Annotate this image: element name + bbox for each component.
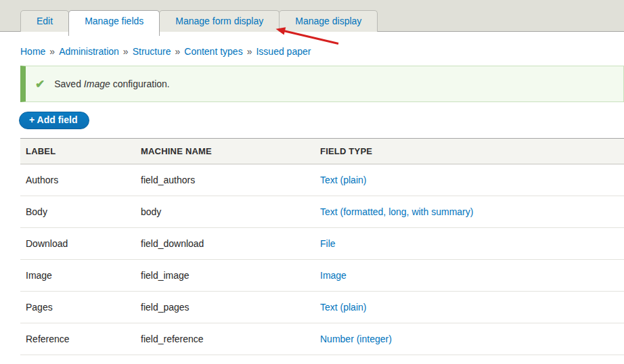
tab-manage-display[interactable]: Manage display xyxy=(279,10,378,32)
breadcrumb-separator: » xyxy=(175,46,180,57)
primary-tab-bar: Edit Manage fields Manage form display M… xyxy=(0,0,624,32)
actions-row: + Add field xyxy=(19,112,624,129)
table-row: Body body Text (formatted, long, with su… xyxy=(20,196,624,228)
table-row: Pages field_pages Text (plain) xyxy=(20,292,624,323)
breadcrumb-link-home[interactable]: Home xyxy=(20,46,45,57)
field-machine-name: field_download xyxy=(135,228,315,260)
field-type-link[interactable]: Text (plain) xyxy=(320,175,366,185)
field-type-link[interactable]: Text (formatted, long, with summary) xyxy=(320,206,473,217)
table-row: Download field_download File xyxy=(20,228,624,260)
column-header-machine-name: Machine name xyxy=(135,139,315,164)
field-label: Download xyxy=(20,228,135,260)
field-machine-name: field_authors xyxy=(135,164,315,196)
fields-table: Label Machine name Field type Authors fi… xyxy=(20,138,624,355)
field-type-link[interactable]: Text (plain) xyxy=(320,302,366,313)
tab-edit[interactable]: Edit xyxy=(20,10,69,32)
breadcrumb-separator: » xyxy=(49,46,55,57)
field-type-link[interactable]: Image xyxy=(320,270,347,281)
table-row: Reference field_reference Number (intege… xyxy=(20,323,624,355)
field-label: Reference xyxy=(20,323,135,355)
field-label: Authors xyxy=(20,164,135,196)
checkmark-icon: ✔ xyxy=(35,77,45,91)
field-label: Image xyxy=(20,260,135,292)
primary-tabs: Edit Manage fields Manage form display M… xyxy=(20,10,377,36)
status-message-emphasis: Image xyxy=(84,78,110,89)
column-header-label: Label xyxy=(20,139,135,164)
tab-manage-form-display[interactable]: Manage form display xyxy=(159,10,280,32)
column-header-field-type: Field type xyxy=(315,139,624,164)
tab-manage-fields[interactable]: Manage fields xyxy=(68,10,160,36)
breadcrumb-link-administration[interactable]: Administration xyxy=(59,46,119,57)
field-type-link[interactable]: File xyxy=(320,238,336,249)
field-machine-name: field_pages xyxy=(135,292,315,323)
field-type-link[interactable]: Number (integer) xyxy=(320,334,392,344)
table-header-row: Label Machine name Field type xyxy=(20,139,624,164)
table-row: Image field_image Image xyxy=(20,260,624,292)
field-machine-name: body xyxy=(135,196,315,228)
table-row: Authors field_authors Text (plain) xyxy=(20,164,624,196)
status-message: ✔ Saved Image configuration. xyxy=(20,66,624,102)
field-label: Body xyxy=(20,196,135,228)
status-message-text: Saved Image configuration. xyxy=(54,78,169,89)
breadcrumb-link-content-types[interactable]: Content types xyxy=(184,46,242,57)
breadcrumb-link-issued-paper[interactable]: Issued paper xyxy=(256,46,311,57)
add-field-button[interactable]: + Add field xyxy=(19,112,89,129)
breadcrumb-separator: » xyxy=(247,46,252,57)
breadcrumb: Home»Administration»Structure»Content ty… xyxy=(20,46,624,57)
field-machine-name: field_reference xyxy=(135,323,315,355)
breadcrumb-link-structure[interactable]: Structure xyxy=(133,46,171,57)
field-label: Pages xyxy=(20,292,135,323)
field-machine-name: field_image xyxy=(135,260,315,292)
breadcrumb-separator: » xyxy=(123,46,129,57)
